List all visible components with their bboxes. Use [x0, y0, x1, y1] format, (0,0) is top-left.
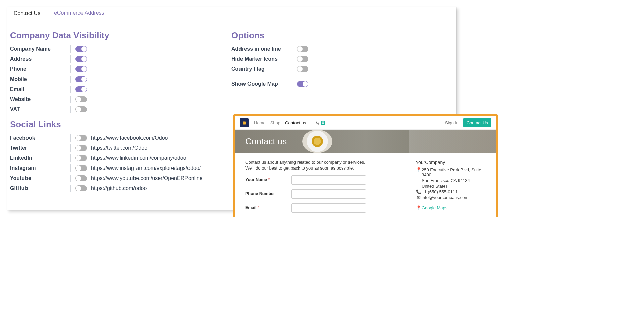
toggle-options-address-in-one-line[interactable] — [297, 46, 308, 52]
url-youtube: https://www.youtube.com/user/OpenERPonli… — [91, 175, 203, 181]
hero-title: Contact us — [245, 136, 287, 147]
toggle-visibility-phone[interactable] — [75, 66, 87, 72]
divider — [70, 164, 71, 172]
hero-banner: Contact us — [235, 130, 496, 153]
logo — [240, 118, 249, 127]
svg-point-2 — [244, 122, 245, 123]
divider — [70, 106, 71, 113]
address-line-2: San Francisco CA 94134 — [422, 178, 486, 183]
toggle-show-google-map[interactable] — [297, 81, 308, 87]
toggle-options-hide-marker-icons[interactable] — [297, 56, 308, 62]
divider — [70, 134, 71, 142]
divider — [70, 76, 71, 83]
svg-point-4 — [318, 124, 319, 125]
divider — [70, 96, 71, 103]
company-info: YourCompany 📍 250 Executive Park Blvd, S… — [416, 160, 486, 217]
divider — [70, 45, 71, 53]
divider — [70, 175, 71, 182]
tab-contact-us[interactable]: Contact Us — [7, 7, 47, 20]
divider — [70, 154, 71, 162]
url-twitter: https://twitter.com/Odoo — [91, 145, 147, 151]
company-phone: +1 (650) 555-0111 — [422, 189, 486, 194]
toggle-options-country-flag[interactable] — [297, 66, 308, 72]
divider — [292, 55, 292, 63]
label-your-name: Your Name * — [245, 175, 291, 182]
company-name: YourCompany — [416, 160, 486, 165]
section-title-social: Social Links — [10, 119, 231, 130]
tab-ecommerce-address[interactable]: eCommerce Address — [47, 7, 111, 20]
divider — [70, 86, 71, 93]
envelope-icon: ✉ — [416, 195, 422, 200]
toggle-social-twitter[interactable] — [75, 145, 87, 151]
url-instagram: https://www.instagram.com/explore/tags/o… — [91, 165, 201, 171]
svg-point-1 — [243, 122, 244, 123]
label-company-name: Company Name — [10, 46, 70, 52]
preview-header: Home Shop Contact us 0 Sign in Contact U… — [235, 116, 496, 130]
your-name-input[interactable] — [291, 175, 366, 185]
toggle-visibility-vat[interactable] — [75, 106, 87, 112]
toggle-social-instagram[interactable] — [75, 165, 87, 171]
sign-in-link[interactable]: Sign in — [445, 120, 459, 125]
email-input[interactable] — [291, 203, 366, 213]
label-mobile: Mobile — [10, 76, 70, 82]
phone-number-input[interactable] — [291, 189, 366, 199]
tabs: Contact Us eCommerce Address — [7, 7, 456, 20]
label-country-flag: Country Flag — [231, 66, 292, 72]
intro-line-2: We'll do our best to get back to you as … — [245, 165, 406, 171]
section-title-options: Options — [231, 30, 453, 41]
toggle-social-youtube[interactable] — [75, 175, 87, 181]
label-address: Address — [10, 56, 70, 62]
map-pin-icon: 📍 — [416, 205, 422, 210]
robot-icon — [241, 120, 247, 126]
contact-us-button[interactable]: Contact Us — [463, 118, 491, 127]
divider — [292, 65, 292, 73]
map-pin-icon: 📍 — [416, 167, 422, 177]
address-line-3: United States — [422, 184, 486, 189]
url-linkedin: https://www.linkedin.com/company/odoo — [91, 155, 186, 161]
google-maps-link[interactable]: 📍 Google Maps — [416, 205, 486, 210]
label-facebook: Facebook — [10, 135, 70, 141]
section-title-visibility: Company Data Visibility — [10, 30, 231, 41]
toggle-visibility-website[interactable] — [75, 96, 87, 102]
divider — [70, 144, 71, 152]
toggle-visibility-address[interactable] — [75, 56, 87, 62]
toggle-visibility-email[interactable] — [75, 86, 87, 92]
nav-contact-us[interactable]: Contact us — [285, 120, 306, 125]
cart-button[interactable]: 0 — [315, 121, 325, 125]
label-youtube: Youtube — [10, 175, 70, 181]
svg-point-3 — [317, 124, 317, 125]
toggle-social-linkedin[interactable] — [75, 155, 87, 161]
preview-panel: Home Shop Contact us 0 Sign in Contact U… — [233, 114, 498, 217]
nav-shop[interactable]: Shop — [270, 120, 280, 125]
label-linkedin: LinkedIn — [10, 155, 70, 161]
toggle-visibility-mobile[interactable] — [75, 76, 87, 82]
divider — [292, 80, 292, 88]
intro-line-1: Contact us about anything related to our… — [245, 160, 406, 165]
label-github: GitHub — [10, 185, 70, 191]
label-hide-marker-icons: Hide Marker Icons — [231, 56, 292, 62]
label-twitter: Twitter — [10, 145, 70, 151]
divider — [70, 185, 71, 192]
divider — [70, 65, 71, 73]
company-email: info@yourcompany.com — [422, 195, 486, 200]
label-email: Email * — [245, 203, 291, 210]
address-line-1: 250 Executive Park Blvd, Suite 3400 — [422, 167, 486, 177]
label-instagram: Instagram — [10, 165, 70, 171]
cart-icon — [315, 121, 320, 125]
label-vat: VAT — [10, 106, 70, 112]
url-github: https://github.com/odoo — [91, 185, 147, 191]
cart-count-badge: 0 — [321, 121, 325, 125]
divider — [70, 55, 71, 63]
label-phone-number: Phone Number — [245, 189, 291, 196]
label-email: Email — [10, 86, 70, 92]
divider — [292, 45, 292, 53]
toggle-visibility-company-name[interactable] — [75, 46, 87, 52]
phone-icon: 📞 — [416, 189, 422, 194]
toggle-social-github[interactable] — [75, 185, 87, 191]
toggle-social-facebook[interactable] — [75, 135, 87, 141]
label-phone: Phone — [10, 66, 70, 72]
svg-rect-0 — [243, 121, 246, 124]
nav-home[interactable]: Home — [254, 120, 266, 125]
label-show-google-map: Show Google Map — [231, 81, 292, 87]
label-website: Website — [10, 96, 70, 102]
